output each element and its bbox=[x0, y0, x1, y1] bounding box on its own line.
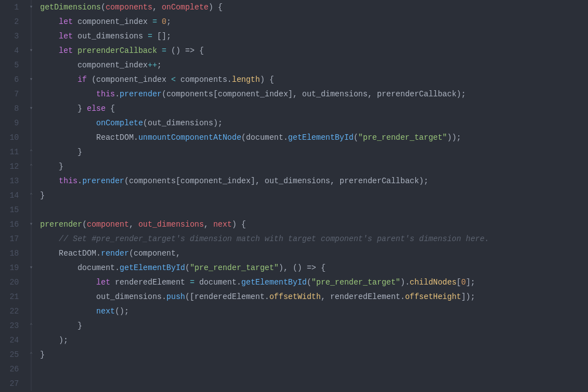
code-line[interactable]: let renderedElement = document.getElemen… bbox=[40, 275, 588, 290]
fold-gutter[interactable]: ▾▾▾▾⌃⌃⌃▾▾⌃⌃ bbox=[26, 0, 37, 392]
fold-marker[interactable]: ⌃ bbox=[26, 159, 37, 174]
line-number: 10 bbox=[0, 130, 19, 145]
token-kw: let bbox=[59, 17, 73, 26]
code-line[interactable]: } bbox=[40, 145, 588, 159]
code-line[interactable]: } bbox=[40, 318, 588, 333]
token-id: out_dimensions bbox=[148, 119, 213, 128]
code-line[interactable]: onComplete(out_dimensions); bbox=[40, 116, 588, 130]
fold-marker[interactable]: ▾ bbox=[26, 72, 37, 87]
token-punc bbox=[73, 32, 77, 41]
code-line[interactable]: } else { bbox=[40, 101, 588, 116]
token-op: < bbox=[171, 75, 175, 84]
fold-marker[interactable]: ⌃ bbox=[26, 188, 37, 203]
code-line[interactable]: getDimensions(components, onComplete) { bbox=[40, 0, 588, 14]
code-line[interactable]: ); bbox=[40, 333, 588, 347]
token-punc: } bbox=[40, 191, 45, 200]
fold-marker bbox=[26, 290, 37, 304]
token-punc: , bbox=[321, 292, 330, 301]
token-punc: } bbox=[40, 321, 82, 330]
code-line[interactable]: ReactDOM.unmountComponentAtNode(document… bbox=[40, 130, 588, 145]
code-line[interactable]: let component_index = 0; bbox=[40, 14, 588, 29]
fold-marker[interactable]: ▾ bbox=[26, 43, 37, 58]
fold-marker[interactable]: ⌃ bbox=[26, 145, 37, 159]
code-line[interactable]: } bbox=[40, 347, 588, 362]
token-prop: childNodes bbox=[410, 278, 457, 287]
fold-marker bbox=[26, 29, 37, 43]
code-line[interactable]: ReactDOM.render(component, bbox=[40, 246, 588, 261]
line-number: 13 bbox=[0, 174, 19, 188]
token-punc: ( bbox=[241, 133, 246, 142]
token-op: = bbox=[148, 32, 152, 41]
token-op: = bbox=[161, 46, 166, 55]
code-line[interactable]: if (component_index < components.length)… bbox=[40, 72, 588, 87]
code-editor[interactable]: 1234567891011121314151617181920212223242… bbox=[0, 0, 588, 392]
token-punc bbox=[40, 278, 96, 287]
fold-marker bbox=[26, 304, 37, 318]
token-id: component_index bbox=[96, 75, 166, 84]
token-punc: ) { bbox=[208, 3, 222, 12]
line-number: 5 bbox=[0, 58, 19, 72]
code-line[interactable]: document.getElementById("pre_render_targ… bbox=[40, 261, 588, 275]
code-line[interactable]: component_index++; bbox=[40, 58, 588, 72]
line-number: 27 bbox=[0, 376, 19, 391]
token-call: getElementById bbox=[288, 133, 354, 142]
code-line[interactable]: this.prerender(components[component_inde… bbox=[40, 174, 588, 188]
fold-marker[interactable]: ▾ bbox=[26, 261, 37, 275]
line-number: 23 bbox=[0, 318, 19, 333]
token-punc: . bbox=[96, 249, 101, 258]
token-punc: ( bbox=[185, 263, 189, 272]
line-number: 12 bbox=[0, 159, 19, 174]
token-id: document bbox=[77, 263, 115, 272]
token-punc: [ bbox=[457, 278, 461, 287]
token-punc: ); bbox=[213, 119, 223, 128]
token-id: component_index bbox=[218, 90, 288, 99]
token-punc bbox=[185, 278, 189, 287]
line-number-gutter: 1234567891011121314151617181920212223242… bbox=[0, 0, 26, 392]
token-id: component_index bbox=[180, 177, 251, 185]
token-punc bbox=[40, 46, 59, 55]
token-num: 0 bbox=[461, 278, 465, 287]
fold-marker[interactable]: ⌃ bbox=[26, 347, 37, 362]
code-line[interactable]: } bbox=[40, 188, 588, 203]
code-line[interactable] bbox=[40, 203, 588, 217]
token-str: "pre_render_target" bbox=[311, 278, 400, 287]
token-kw: let bbox=[59, 32, 73, 41]
code-line[interactable] bbox=[40, 376, 588, 391]
code-line[interactable]: next(); bbox=[40, 304, 588, 318]
code-area[interactable]: getDimensions(components, onComplete) { … bbox=[37, 0, 588, 392]
code-line[interactable]: } bbox=[40, 159, 588, 174]
token-id: document bbox=[246, 133, 283, 142]
fold-marker[interactable] bbox=[26, 87, 37, 101]
token-punc: (); bbox=[115, 307, 129, 316]
token-punc: ( bbox=[82, 220, 87, 229]
code-line[interactable]: let out_dimensions = []; bbox=[40, 29, 588, 43]
code-line[interactable]: prerender(component, out_dimensions, nex… bbox=[40, 217, 588, 232]
token-id: ReactDOM bbox=[59, 249, 96, 258]
token-id: out_dimensions bbox=[264, 177, 330, 185]
code-line[interactable] bbox=[40, 362, 588, 376]
token-call: push bbox=[166, 292, 185, 301]
fold-marker[interactable]: ▾ bbox=[26, 101, 37, 116]
code-line[interactable]: this.prerender(components[component_inde… bbox=[40, 87, 588, 101]
token-param: component bbox=[87, 220, 129, 229]
token-prop: length bbox=[232, 75, 260, 84]
token-punc: ( bbox=[161, 90, 166, 99]
code-line[interactable]: let prerenderCallback = () => { bbox=[40, 43, 588, 58]
code-line[interactable]: // Set #pre_render_target's dimension ma… bbox=[40, 232, 588, 246]
token-punc: , bbox=[153, 3, 162, 12]
code-line[interactable]: out_dimensions.push([renderedElement.off… bbox=[40, 290, 588, 304]
fold-marker[interactable]: ▾ bbox=[26, 0, 37, 14]
token-punc: ( bbox=[124, 177, 129, 185]
fold-marker[interactable]: ⌃ bbox=[26, 318, 37, 333]
token-punc: [ bbox=[176, 177, 180, 185]
fold-marker bbox=[26, 333, 37, 347]
fold-marker[interactable]: ▾ bbox=[26, 217, 37, 232]
token-punc: ([ bbox=[185, 292, 194, 301]
token-punc: . bbox=[77, 177, 82, 185]
token-id: renderedElement bbox=[115, 278, 185, 287]
line-number: 9 bbox=[0, 116, 19, 130]
token-punc bbox=[40, 61, 77, 70]
token-punc: , bbox=[176, 249, 180, 258]
token-punc bbox=[40, 249, 59, 258]
token-punc bbox=[40, 292, 96, 301]
